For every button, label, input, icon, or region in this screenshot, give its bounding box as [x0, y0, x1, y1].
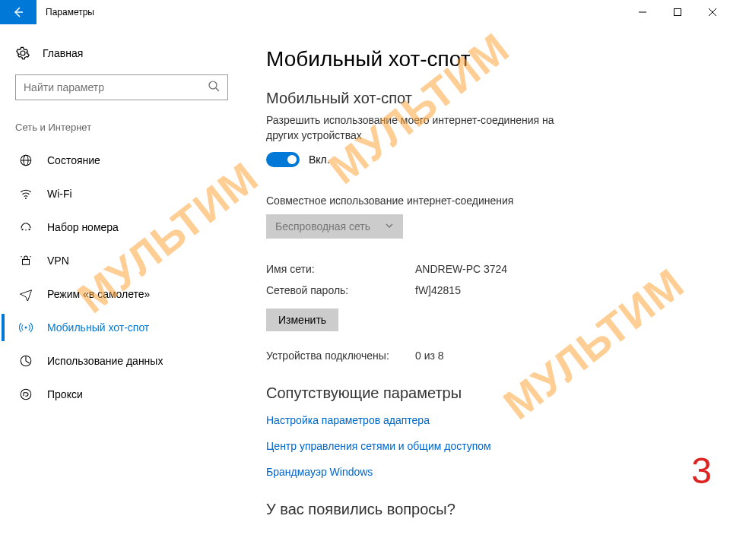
network-name-label: Имя сети: — [266, 263, 415, 275]
svg-point-18 — [21, 389, 31, 400]
section-title: Мобильный хот-спот — [266, 90, 707, 107]
wifi-icon — [18, 186, 33, 201]
svg-point-16 — [25, 327, 27, 329]
svg-line-5 — [216, 88, 219, 91]
arrow-left-icon — [12, 6, 24, 18]
search-input[interactable] — [24, 81, 208, 93]
hotspot-icon — [18, 320, 33, 335]
sidebar-item-label: Режим «в самолете» — [47, 288, 150, 300]
svg-rect-1 — [674, 9, 681, 16]
page-number: 3 — [691, 450, 712, 492]
sidebar-item-label: Мобильный хот-спот — [47, 321, 149, 334]
link-adapter-settings[interactable]: Настройка параметров адаптера — [266, 414, 707, 426]
svg-point-10 — [21, 229, 23, 230]
hotspot-toggle[interactable] — [266, 152, 300, 167]
gear-icon — [15, 46, 30, 61]
airplane-icon — [18, 286, 33, 302]
sidebar-item-label: VPN — [47, 255, 69, 267]
svg-point-12 — [25, 229, 27, 231]
close-button[interactable] — [695, 0, 730, 24]
change-button[interactable]: Изменить — [266, 308, 338, 331]
share-connection-dropdown[interactable]: Беспроводная сеть — [266, 214, 403, 239]
devices-connected-value: 0 из 8 — [415, 350, 444, 362]
proxy-icon — [18, 387, 33, 402]
sidebar-item-label: Прокси — [47, 388, 83, 400]
network-password-label: Сетевой пароль: — [266, 284, 415, 296]
sidebar-item-airplane[interactable]: Режим «в самолете» — [15, 277, 228, 311]
page-title: Мобильный хот-спот — [266, 47, 707, 71]
section-description: Разрешить использование моего интернет-с… — [266, 113, 586, 143]
svg-rect-13 — [23, 260, 30, 265]
data-usage-icon — [18, 353, 33, 369]
sidebar-item-wifi[interactable]: Wi-Fi — [15, 177, 228, 210]
sidebar-item-label: Состояние — [47, 154, 100, 166]
back-button[interactable] — [0, 0, 36, 24]
devices-connected-label: Устройства подключены: — [266, 350, 415, 362]
svg-point-15 — [30, 256, 31, 258]
sidebar-section-title: Сеть и Интернет — [15, 122, 228, 133]
globe-icon — [18, 153, 33, 168]
dialup-icon — [18, 220, 33, 235]
svg-point-9 — [25, 198, 27, 199]
window-title: Параметры — [36, 0, 625, 24]
vpn-icon — [18, 253, 33, 268]
minimize-button[interactable] — [625, 0, 660, 24]
link-network-center[interactable]: Центр управления сетями и общим доступом — [266, 440, 707, 452]
sidebar-home[interactable]: Главная — [15, 46, 228, 61]
svg-point-4 — [209, 81, 217, 89]
sidebar-item-label: Использование данных — [47, 355, 163, 367]
titlebar: Параметры — [0, 0, 730, 24]
network-password-value: fW]42815 — [415, 284, 461, 296]
main-content: Мобильный хот-спот Мобильный хот-спот Ра… — [243, 24, 730, 560]
dropdown-value: Беспроводная сеть — [275, 220, 370, 233]
sidebar-item-hotspot[interactable]: Мобильный хот-спот — [15, 311, 228, 344]
sidebar-item-label: Набор номера — [47, 221, 119, 233]
sidebar-item-dialup[interactable]: Набор номера — [15, 210, 228, 244]
sidebar-home-label: Главная — [43, 47, 83, 59]
sidebar-item-vpn[interactable]: VPN — [15, 244, 228, 277]
search-icon — [208, 80, 220, 95]
toggle-state-label: Вкл. — [309, 153, 330, 166]
link-firewall[interactable]: Брандмауэр Windows — [266, 466, 707, 478]
svg-point-14 — [21, 256, 22, 258]
share-connection-label: Совместное использование интернет-соедин… — [266, 195, 707, 207]
svg-point-11 — [28, 229, 30, 230]
sidebar-item-data-usage[interactable]: Использование данных — [15, 344, 228, 378]
network-name-value: ANDREW-PC 3724 — [415, 263, 507, 275]
sidebar-item-proxy[interactable]: Прокси — [15, 378, 228, 411]
questions-title: У вас появились вопросы? — [266, 501, 707, 518]
chevron-down-icon — [385, 220, 394, 233]
window-controls — [625, 0, 730, 24]
sidebar-item-label: Wi-Fi — [47, 188, 72, 200]
sidebar: Главная Сеть и Интернет Состояние Wi-Fi … — [0, 24, 243, 560]
related-settings-title: Сопутствующие параметры — [266, 384, 707, 402]
maximize-button[interactable] — [660, 0, 695, 24]
search-box[interactable] — [15, 74, 228, 100]
sidebar-item-status[interactable]: Состояние — [15, 144, 228, 177]
